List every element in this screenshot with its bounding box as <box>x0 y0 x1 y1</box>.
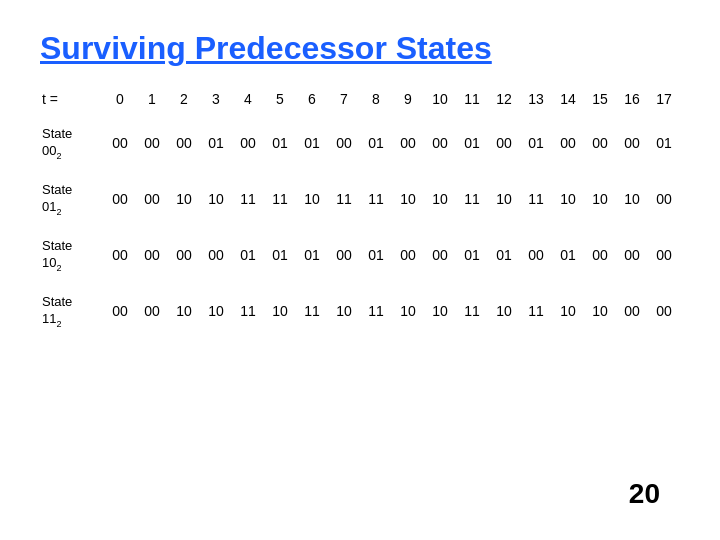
cell-row0-col3: 01 <box>200 115 232 171</box>
table-header-row: t = 0 1 2 3 4 5 6 7 8 9 10 11 12 13 14 1… <box>40 87 680 115</box>
cell-row0-col0: 00 <box>104 115 136 171</box>
cell-row2-col9: 00 <box>392 227 424 283</box>
cell-row0-col15: 00 <box>584 115 616 171</box>
cell-row2-col10: 00 <box>424 227 456 283</box>
col-header-10: 10 <box>424 87 456 115</box>
cell-row3-col1: 00 <box>136 283 168 339</box>
cell-row3-col11: 11 <box>456 283 488 339</box>
col-header-7: 7 <box>328 87 360 115</box>
table-row: State01200001010111110111110101110111010… <box>40 171 680 227</box>
col-header-9: 9 <box>392 87 424 115</box>
cell-row1-col1: 00 <box>136 171 168 227</box>
cell-row3-col5: 10 <box>264 283 296 339</box>
cell-row0-col16: 00 <box>616 115 648 171</box>
cell-row1-col4: 11 <box>232 171 264 227</box>
cell-row1-col16: 10 <box>616 171 648 227</box>
predecessor-states-table: t = 0 1 2 3 4 5 6 7 8 9 10 11 12 13 14 1… <box>40 87 680 339</box>
cell-row3-col8: 11 <box>360 283 392 339</box>
cell-row2-col17: 00 <box>648 227 680 283</box>
cell-row2-col3: 00 <box>200 227 232 283</box>
cell-row3-col14: 10 <box>552 283 584 339</box>
cell-row2-col8: 01 <box>360 227 392 283</box>
cell-row1-col0: 00 <box>104 171 136 227</box>
cell-row1-col6: 10 <box>296 171 328 227</box>
cell-row2-col1: 00 <box>136 227 168 283</box>
cell-row2-col15: 00 <box>584 227 616 283</box>
col-header-8: 8 <box>360 87 392 115</box>
col-header-17: 17 <box>648 87 680 115</box>
cell-row0-col14: 00 <box>552 115 584 171</box>
cell-row0-col8: 01 <box>360 115 392 171</box>
cell-row0-col12: 00 <box>488 115 520 171</box>
state-label-3: State112 <box>40 283 104 339</box>
cell-row2-col5: 01 <box>264 227 296 283</box>
cell-row1-col3: 10 <box>200 171 232 227</box>
cell-row3-col2: 10 <box>168 283 200 339</box>
cell-row0-col13: 01 <box>520 115 552 171</box>
cell-row1-col12: 10 <box>488 171 520 227</box>
cell-row2-col13: 00 <box>520 227 552 283</box>
cell-row0-col11: 01 <box>456 115 488 171</box>
col-header-4: 4 <box>232 87 264 115</box>
cell-row2-col4: 01 <box>232 227 264 283</box>
col-header-11: 11 <box>456 87 488 115</box>
page-number: 20 <box>629 478 660 510</box>
cell-row3-col4: 11 <box>232 283 264 339</box>
cell-row1-col17: 00 <box>648 171 680 227</box>
state-label-2: State102 <box>40 227 104 283</box>
col-header-16: 16 <box>616 87 648 115</box>
cell-row2-col16: 00 <box>616 227 648 283</box>
cell-row1-col5: 11 <box>264 171 296 227</box>
table-body: State00200000001000101000100000100010000… <box>40 115 680 339</box>
col-header-14: 14 <box>552 87 584 115</box>
state-label-1: State012 <box>40 171 104 227</box>
cell-row1-col15: 10 <box>584 171 616 227</box>
cell-row1-col10: 10 <box>424 171 456 227</box>
cell-row1-col2: 10 <box>168 171 200 227</box>
cell-row1-col14: 10 <box>552 171 584 227</box>
cell-row2-col12: 01 <box>488 227 520 283</box>
col-header-5: 5 <box>264 87 296 115</box>
cell-row3-col17: 00 <box>648 283 680 339</box>
cell-row1-col11: 11 <box>456 171 488 227</box>
cell-row1-col13: 11 <box>520 171 552 227</box>
cell-row2-col2: 00 <box>168 227 200 283</box>
cell-row3-col10: 10 <box>424 283 456 339</box>
cell-row0-col9: 00 <box>392 115 424 171</box>
cell-row1-col7: 11 <box>328 171 360 227</box>
col-header-3: 3 <box>200 87 232 115</box>
cell-row3-col3: 10 <box>200 283 232 339</box>
col-header-0: 0 <box>104 87 136 115</box>
cell-row0-col10: 00 <box>424 115 456 171</box>
cell-row0-col17: 01 <box>648 115 680 171</box>
cell-row0-col7: 00 <box>328 115 360 171</box>
cell-row3-col0: 00 <box>104 283 136 339</box>
page-container: Surviving Predecessor States t = 0 1 2 3… <box>0 0 720 359</box>
cell-row2-col7: 00 <box>328 227 360 283</box>
cell-row2-col6: 01 <box>296 227 328 283</box>
cell-row0-col2: 00 <box>168 115 200 171</box>
cell-row3-col6: 11 <box>296 283 328 339</box>
page-title: Surviving Predecessor States <box>40 30 680 67</box>
cell-row3-col15: 10 <box>584 283 616 339</box>
table-row: State00200000001000101000100000100010000… <box>40 115 680 171</box>
col-header-13: 13 <box>520 87 552 115</box>
state-label-0: State002 <box>40 115 104 171</box>
cell-row1-col9: 10 <box>392 171 424 227</box>
col-header-6: 6 <box>296 87 328 115</box>
t-label-header: t = <box>40 87 104 115</box>
cell-row0-col5: 01 <box>264 115 296 171</box>
col-header-2: 2 <box>168 87 200 115</box>
cell-row2-col14: 01 <box>552 227 584 283</box>
cell-row3-col12: 10 <box>488 283 520 339</box>
table-row: State11200001010111011101110101110111010… <box>40 283 680 339</box>
cell-row0-col6: 01 <box>296 115 328 171</box>
cell-row3-col9: 10 <box>392 283 424 339</box>
cell-row3-col16: 00 <box>616 283 648 339</box>
cell-row2-col0: 00 <box>104 227 136 283</box>
col-header-15: 15 <box>584 87 616 115</box>
cell-row0-col4: 00 <box>232 115 264 171</box>
cell-row3-col13: 11 <box>520 283 552 339</box>
cell-row1-col8: 11 <box>360 171 392 227</box>
cell-row3-col7: 10 <box>328 283 360 339</box>
